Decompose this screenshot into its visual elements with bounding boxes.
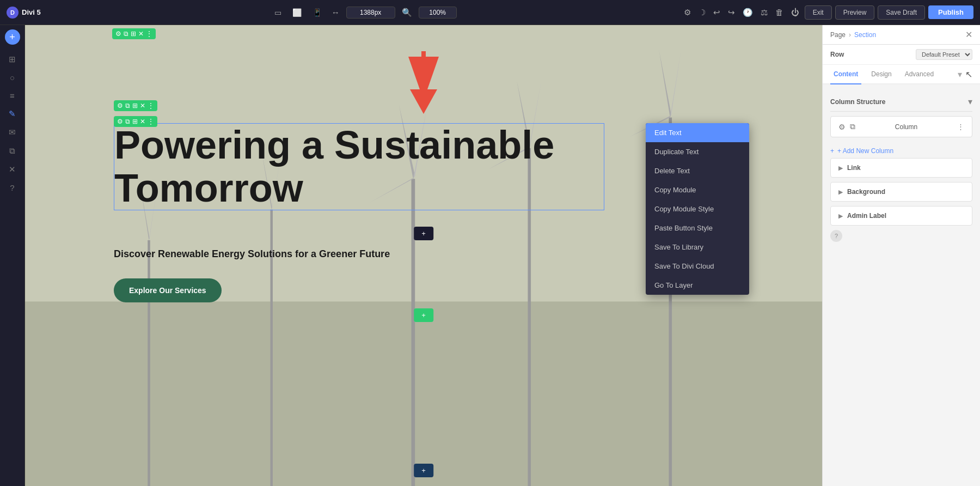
- admin-label-accordion: ▶ Admin Label: [830, 206, 972, 226]
- undo-icon[interactable]: ↩: [711, 5, 722, 20]
- add-row-button-1[interactable]: +: [414, 227, 433, 240]
- row-delete-icon[interactable]: ✕: [140, 102, 145, 110]
- tools-icon[interactable]: ✕: [5, 161, 19, 178]
- context-menu-delete-text[interactable]: Delete Text: [646, 161, 749, 180]
- add-row-button-3[interactable]: +: [414, 464, 433, 477]
- tabs-cursor-icon: ↖: [965, 69, 972, 80]
- edit-icon[interactable]: ✎: [5, 106, 19, 122]
- right-panel: Page › Section ✕ Row Default Preset Cont…: [822, 25, 980, 486]
- mobile-view-btn[interactable]: 📱: [309, 6, 325, 19]
- tab-design[interactable]: Design: [868, 65, 895, 84]
- main-layout: + ⊞ ○ ≡ ✎ ✉ ⧉ ✕ ?: [0, 25, 980, 486]
- width-input[interactable]: 1388px: [346, 7, 395, 19]
- headline-text-module[interactable]: Powering a Sustainable Tomorrow: [114, 123, 604, 210]
- app-title: Divi 5: [22, 8, 41, 16]
- context-menu-go-to-layer[interactable]: Go To Layer: [646, 276, 749, 295]
- copy-column-icon[interactable]: ⧉: [850, 122, 855, 131]
- module-settings-icon[interactable]: ⚙: [117, 118, 123, 125]
- background-accordion-header[interactable]: ▶ Background: [831, 183, 972, 201]
- row-settings-icon[interactable]: ⚙: [117, 102, 123, 110]
- panel-body: Column Structure ▾ ⚙ ⧉ Column ⋮ + + Add …: [823, 84, 980, 486]
- exit-button[interactable]: Exit: [805, 5, 832, 20]
- module-grid-icon[interactable]: ⊞: [132, 118, 138, 125]
- row-more-icon[interactable]: ⋮: [148, 102, 154, 110]
- layout-icon[interactable]: ⚖: [758, 5, 770, 20]
- help-button[interactable]: ?: [830, 230, 842, 242]
- search-icon[interactable]: ○: [7, 70, 18, 86]
- app-logo: D Divi 5: [7, 7, 41, 19]
- settings-icon[interactable]: ⚙: [682, 5, 693, 20]
- cta-button[interactable]: Explore Our Services: [114, 278, 222, 302]
- section-settings-icon[interactable]: ⚙: [115, 30, 121, 38]
- headline-text: Powering a Sustainable Tomorrow: [114, 123, 554, 210]
- close-panel-button[interactable]: ✕: [965, 29, 972, 40]
- add-row-button-2[interactable]: +: [414, 308, 433, 322]
- section-toolbar[interactable]: ⚙ ⧉ ⊞ ✕ ⋮: [112, 28, 156, 39]
- context-menu-save-to-divi-cloud[interactable]: Save To Divi Cloud: [646, 257, 749, 276]
- grid-icon[interactable]: ≡: [7, 88, 18, 104]
- section-copy-icon[interactable]: ⧉: [124, 30, 128, 38]
- column-label: Column: [895, 123, 917, 131]
- power-icon[interactable]: ⏻: [789, 5, 801, 19]
- section-delete-icon[interactable]: ✕: [138, 30, 144, 38]
- tablet-view-btn[interactable]: ⬜: [289, 6, 305, 19]
- copy-icon[interactable]: ⧉: [6, 143, 19, 159]
- column-icons-group: ⚙ ⧉: [838, 122, 855, 131]
- column-menu-button[interactable]: ⋮: [957, 123, 964, 131]
- add-column-icon: +: [830, 147, 834, 155]
- topbar-right: ⚙ ☽ ↩ ↪ 🕐 ⚖ 🗑 ⏻ Exit Preview Save Draft …: [682, 5, 973, 20]
- background-accordion-arrow: ▶: [838, 189, 843, 196]
- context-menu-edit-text[interactable]: Edit Text: [646, 123, 749, 142]
- moon-icon[interactable]: ☽: [696, 5, 708, 20]
- context-menu-copy-module-style[interactable]: Copy Module Style: [646, 199, 749, 218]
- module-copy-icon[interactable]: ⧉: [125, 118, 130, 125]
- add-column-button[interactable]: + + Add New Column: [830, 144, 972, 158]
- layers-icon[interactable]: ⊞: [5, 51, 19, 68]
- link-accordion-header[interactable]: ▶ Link: [831, 159, 972, 177]
- row-toolbar[interactable]: ⚙ ⧉ ⊞ ✕ ⋮: [114, 100, 157, 111]
- add-column-label: + Add New Column: [837, 147, 893, 155]
- breadcrumb-page[interactable]: Page: [830, 31, 846, 39]
- preview-button[interactable]: Preview: [835, 5, 875, 20]
- context-menu-copy-module[interactable]: Copy Module: [646, 180, 749, 199]
- responsive-icon[interactable]: ↔: [329, 5, 342, 19]
- row-copy-icon[interactable]: ⧉: [125, 102, 130, 110]
- subheadline-text[interactable]: Discover Renewable Energy Solutions for …: [114, 248, 390, 260]
- help-icon[interactable]: ?: [7, 180, 17, 196]
- right-panel-header: Page › Section ✕: [823, 25, 980, 45]
- context-menu-duplicate-text[interactable]: Duplicate Text: [646, 142, 749, 161]
- redo-icon[interactable]: ↪: [726, 5, 737, 20]
- row-label: Row: [830, 51, 844, 58]
- history-icon[interactable]: 🕐: [740, 5, 755, 20]
- admin-label-accordion-header[interactable]: ▶ Admin Label: [831, 206, 972, 225]
- tab-content[interactable]: Content: [830, 65, 861, 84]
- trash-icon[interactable]: 🗑: [773, 5, 786, 19]
- section-more-icon[interactable]: ⋮: [146, 30, 152, 38]
- tabs-dropdown-arrow[interactable]: ▾: [958, 69, 962, 80]
- module-more-icon[interactable]: ⋮: [148, 118, 154, 125]
- row-preset-row: Row Default Preset: [823, 45, 980, 65]
- gear-column-icon[interactable]: ⚙: [838, 123, 846, 131]
- tab-advanced[interactable]: Advanced: [902, 65, 937, 84]
- background-accordion-label: Background: [847, 188, 885, 196]
- column-structure-title: Column Structure: [830, 98, 885, 106]
- column-structure-section-header: Column Structure ▾: [830, 92, 972, 112]
- column-structure-arrow[interactable]: ▾: [968, 96, 972, 107]
- zoom-icon[interactable]: 🔍: [400, 5, 414, 20]
- mail-icon[interactable]: ✉: [5, 124, 19, 141]
- section-grid-icon[interactable]: ⊞: [131, 30, 136, 38]
- module-toolbar[interactable]: ⚙ ⧉ ⊞ ✕ ⋮: [114, 116, 157, 127]
- add-element-button[interactable]: +: [5, 29, 20, 45]
- preset-select[interactable]: Default Preset: [916, 49, 972, 60]
- save-draft-button[interactable]: Save Draft: [878, 5, 925, 20]
- desktop-view-btn[interactable]: ▭: [271, 6, 285, 19]
- canvas-area: ⚙ ⧉ ⊞ ✕ ⋮ ⚙ ⧉ ⊞ ✕ ⋮ ⚙ ⧉ ⊞ ✕ ⋮ Powering a…: [25, 25, 822, 486]
- zoom-input[interactable]: 100%: [419, 7, 457, 19]
- context-menu-save-to-library[interactable]: Save To Library: [646, 238, 749, 257]
- publish-button[interactable]: Publish: [928, 5, 973, 19]
- breadcrumb: Page › Section: [830, 31, 876, 39]
- context-menu-paste-button-style[interactable]: Paste Button Style: [646, 218, 749, 238]
- row-grid-icon[interactable]: ⊞: [132, 102, 138, 110]
- breadcrumb-section[interactable]: Section: [854, 31, 876, 39]
- module-delete-icon[interactable]: ✕: [140, 118, 145, 125]
